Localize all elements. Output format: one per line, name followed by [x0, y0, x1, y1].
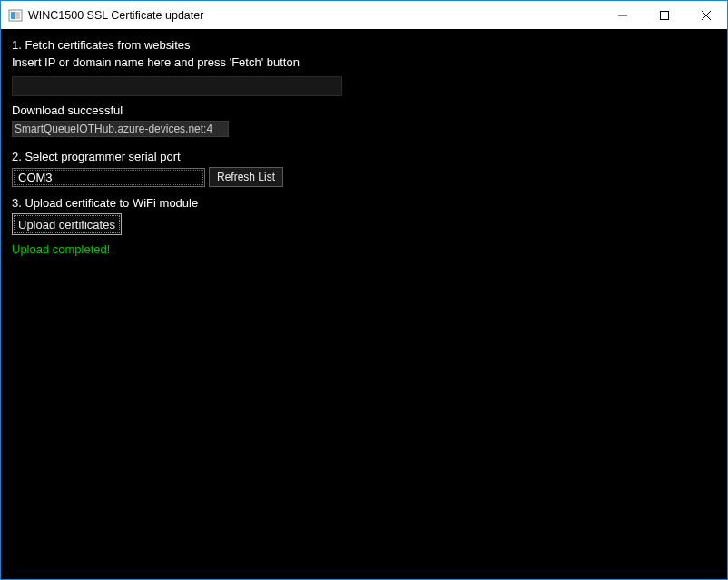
window-controls: [602, 1, 727, 29]
step1-heading: 1. Fetch certificates from websites: [12, 38, 716, 52]
upload-result: Upload completed!: [12, 242, 716, 256]
svg-rect-3: [15, 15, 20, 19]
upload-certificates-button[interactable]: Upload certificates: [12, 213, 122, 235]
refresh-list-button[interactable]: Refresh List: [209, 167, 283, 187]
minimize-button[interactable]: [602, 1, 644, 29]
client-area: 1. Fetch certificates from websites Inse…: [1, 29, 727, 579]
certificate-list-item[interactable]: SmartQueueIOTHub.azure-devices.net:4: [12, 121, 229, 137]
step1-hint: Insert IP or domain name here and press …: [12, 55, 716, 69]
maximize-button[interactable]: [644, 1, 685, 29]
svg-rect-5: [661, 11, 669, 19]
titlebar: WINC1500 SSL Certificate updater: [1, 1, 727, 29]
port-select[interactable]: COM3: [12, 168, 205, 187]
window-title: WINC1500 SSL Certificate updater: [28, 9, 602, 22]
port-row: COM3 Refresh List: [12, 167, 716, 187]
download-status: Download successful: [12, 103, 716, 117]
step2-heading: 2. Select programmer serial port: [12, 150, 716, 163]
close-button[interactable]: [685, 1, 727, 29]
domain-input[interactable]: [12, 76, 342, 96]
step3-heading: 3. Upload certificate to WiFi module: [12, 196, 716, 210]
app-window: WINC1500 SSL Certificate updater 1. Fetc…: [0, 0, 728, 580]
svg-rect-1: [11, 12, 15, 19]
app-icon: [8, 8, 23, 23]
svg-rect-2: [15, 12, 20, 15]
